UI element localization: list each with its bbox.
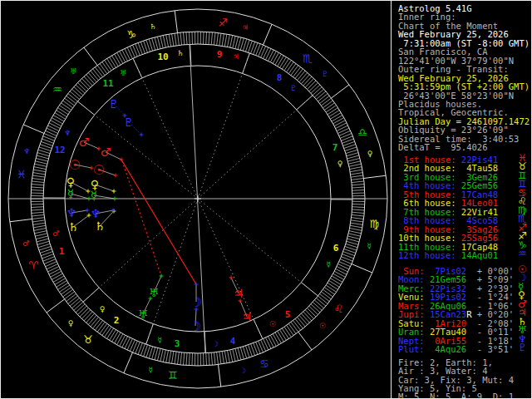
degree-tick	[45, 262, 57, 267]
degree-tick	[186, 32, 187, 44]
house-number: 8	[277, 72, 283, 83]
degree-tick	[352, 181, 364, 183]
transit-venus-icon: ♀	[66, 175, 75, 189]
degree-tick	[38, 150, 50, 153]
degree-tick	[275, 332, 282, 343]
degree-tick	[293, 321, 301, 331]
degree-tick	[322, 292, 332, 299]
degree-tick	[100, 63, 107, 73]
degree-tick	[160, 36, 163, 48]
degree-tick	[166, 35, 169, 47]
zodiac-aquarius-icon: ♒	[52, 83, 62, 96]
degree-tick	[32, 214, 44, 216]
degree-tick	[97, 65, 105, 75]
house-ruler-icon: ♂	[52, 229, 59, 238]
degree-tick	[192, 353, 193, 366]
degree-tick	[180, 352, 182, 365]
degree-tick	[298, 317, 306, 326]
degree-tick	[211, 352, 212, 365]
house-number: 2	[114, 315, 120, 326]
sign-boundary-spoke	[332, 85, 350, 98]
degree-tick	[299, 315, 308, 324]
degree-tick	[224, 34, 227, 47]
degree-tick	[243, 347, 246, 358]
degree-tick	[352, 218, 364, 219]
degree-tick	[214, 32, 215, 45]
degree-tick	[346, 244, 357, 247]
degree-tick	[338, 264, 350, 269]
zodiac-capricorn-icon: ♑	[126, 28, 136, 41]
sign-ruler-icon: ♆	[23, 147, 30, 155]
house-cusp-spoke	[301, 283, 318, 296]
degree-tick	[32, 173, 45, 175]
degree-tick	[32, 220, 45, 222]
degree-tick	[264, 339, 268, 351]
degree-tick	[209, 353, 209, 366]
degree-tick	[323, 289, 332, 297]
degree-tick	[59, 106, 69, 112]
degree-tick	[291, 323, 298, 332]
degree-tick	[351, 220, 363, 222]
degree-tick	[183, 32, 184, 45]
degree-tick	[288, 63, 296, 73]
degree-tick	[217, 352, 219, 365]
degree-tick	[329, 281, 340, 288]
degree-tick	[91, 317, 99, 326]
sign-boundary-spoke	[298, 332, 312, 351]
aspect-line-mars-moon	[121, 160, 196, 284]
degree-tick	[47, 126, 58, 131]
degree-tick	[33, 225, 46, 228]
degree-tick	[278, 56, 284, 66]
degree-tick	[64, 292, 74, 299]
degree-tick	[175, 352, 176, 364]
transit-jupiter-icon: ♃	[242, 310, 253, 323]
degree-tick	[352, 209, 365, 210]
degree-tick	[111, 331, 118, 342]
degree-tick	[102, 62, 110, 71]
degree-tick	[189, 32, 190, 44]
transit-uranus-icon: ♅	[138, 308, 149, 321]
degree-tick	[37, 153, 49, 156]
degree-tick	[316, 298, 325, 307]
degree-tick	[77, 82, 86, 91]
house-cusp-line	[198, 53, 249, 199]
degree-tick	[280, 57, 287, 68]
planet-position: 4Aqu26	[425, 344, 467, 354]
degree-tick	[62, 289, 72, 297]
degree-tick	[320, 294, 330, 302]
degree-tick	[314, 89, 323, 97]
degree-tick	[268, 337, 273, 347]
sign-ruler-icon: ☽	[239, 367, 246, 375]
degree-tick	[266, 337, 272, 348]
house-number: 1	[59, 246, 65, 257]
degree-tick	[334, 271, 345, 277]
house-cusp-line	[198, 199, 318, 296]
degree-tick	[120, 52, 126, 62]
degree-tick	[352, 187, 365, 188]
degree-tick	[235, 348, 239, 361]
text-segment: M: 5, N: 5, A: 9, D: 1	[398, 392, 514, 399]
degree-tick	[37, 155, 48, 159]
degree-tick	[155, 37, 158, 49]
degree-tick	[77, 306, 86, 314]
degree-tick	[352, 214, 364, 216]
degree-tick	[32, 212, 44, 213]
zodiac-aries-icon: ♈	[28, 259, 38, 272]
degree-tick	[333, 118, 344, 124]
degree-tick	[178, 352, 180, 365]
degree-tick	[240, 347, 244, 359]
degree-tick	[270, 52, 276, 62]
degree-tick	[86, 313, 95, 323]
transit-saturn-icon: ♄	[68, 220, 79, 234]
degree-tick	[322, 98, 332, 106]
house-ruler-icon: ☿	[157, 336, 162, 344]
degree-tick	[107, 328, 114, 339]
degree-tick	[120, 335, 126, 346]
degree-tick	[127, 339, 132, 351]
house-number: 9	[217, 49, 223, 60]
degree-tick	[209, 32, 209, 44]
sign-boundary-spoke	[175, 11, 177, 33]
degree-tick	[183, 352, 184, 365]
house-number: 12	[54, 145, 65, 155]
degree-tick	[32, 175, 45, 177]
